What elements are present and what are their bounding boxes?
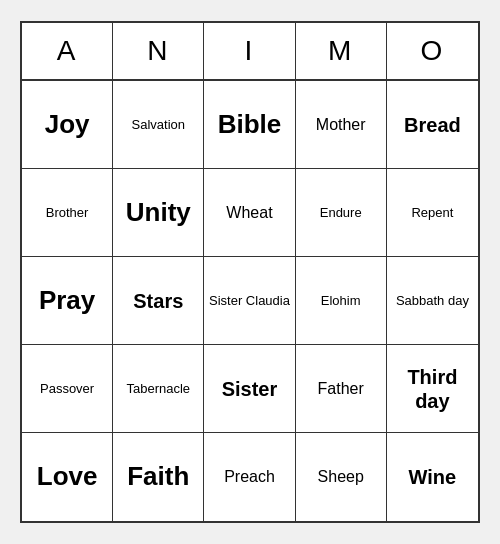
bingo-header: ANIMO <box>22 23 478 81</box>
cell-text: Father <box>318 379 364 398</box>
bingo-cell: Mother <box>296 81 387 169</box>
bingo-cell: Passover <box>22 345 113 433</box>
cell-text: Brother <box>46 205 89 221</box>
cell-text: Joy <box>45 109 90 140</box>
cell-text: Bread <box>404 113 461 137</box>
header-cell: I <box>204 23 295 79</box>
header-cell: M <box>296 23 387 79</box>
bingo-cell: Salvation <box>113 81 204 169</box>
bingo-cell: Tabernacle <box>113 345 204 433</box>
bingo-cell: Bible <box>204 81 295 169</box>
cell-text: Sister Claudia <box>209 293 290 309</box>
bingo-cell: Repent <box>387 169 478 257</box>
cell-text: Repent <box>411 205 453 221</box>
bingo-grid: JoySalvationBibleMotherBreadBrotherUnity… <box>22 81 478 521</box>
cell-text: Sabbath day <box>396 293 469 309</box>
cell-text: Stars <box>133 289 183 313</box>
bingo-cell: Sister <box>204 345 295 433</box>
bingo-cell: Wheat <box>204 169 295 257</box>
bingo-cell: Unity <box>113 169 204 257</box>
cell-text: Unity <box>126 197 191 228</box>
bingo-cell: Endure <box>296 169 387 257</box>
bingo-card: ANIMO JoySalvationBibleMotherBreadBrothe… <box>20 21 480 523</box>
cell-text: Love <box>37 461 98 492</box>
cell-text: Endure <box>320 205 362 221</box>
bingo-cell: Sister Claudia <box>204 257 295 345</box>
bingo-cell: Faith <box>113 433 204 521</box>
header-cell: O <box>387 23 478 79</box>
bingo-cell: Elohim <box>296 257 387 345</box>
bingo-cell: Third day <box>387 345 478 433</box>
cell-text: Passover <box>40 381 94 397</box>
cell-text: Wheat <box>226 203 272 222</box>
bingo-cell: Sheep <box>296 433 387 521</box>
cell-text: Wine <box>409 465 457 489</box>
cell-text: Sister <box>222 377 278 401</box>
cell-text: Pray <box>39 285 95 316</box>
header-cell: N <box>113 23 204 79</box>
bingo-cell: Sabbath day <box>387 257 478 345</box>
cell-text: Third day <box>391 365 474 413</box>
bingo-cell: Pray <box>22 257 113 345</box>
cell-text: Bible <box>218 109 282 140</box>
bingo-cell: Brother <box>22 169 113 257</box>
bingo-cell: Stars <box>113 257 204 345</box>
bingo-cell: Joy <box>22 81 113 169</box>
cell-text: Faith <box>127 461 189 492</box>
bingo-cell: Wine <box>387 433 478 521</box>
cell-text: Tabernacle <box>126 381 190 397</box>
bingo-cell: Preach <box>204 433 295 521</box>
cell-text: Mother <box>316 115 366 134</box>
cell-text: Preach <box>224 467 275 486</box>
header-cell: A <box>22 23 113 79</box>
bingo-cell: Love <box>22 433 113 521</box>
cell-text: Elohim <box>321 293 361 309</box>
cell-text: Salvation <box>132 117 185 133</box>
cell-text: Sheep <box>318 467 364 486</box>
bingo-cell: Father <box>296 345 387 433</box>
bingo-cell: Bread <box>387 81 478 169</box>
